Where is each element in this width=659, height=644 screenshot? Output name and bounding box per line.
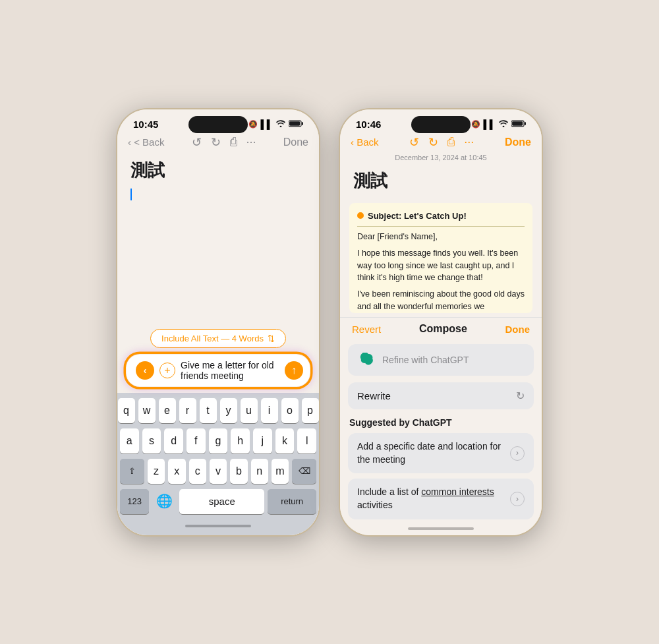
key-b[interactable]: b bbox=[230, 459, 247, 484]
key-m[interactable]: m bbox=[272, 459, 289, 484]
note-title-2: 測試 bbox=[340, 164, 542, 199]
ai-input-text[interactable]: Give me a letter for old friends meeting bbox=[181, 360, 279, 381]
dynamic-island-2 bbox=[411, 116, 471, 133]
key-f[interactable]: f bbox=[186, 428, 206, 454]
key-v[interactable]: v bbox=[210, 459, 227, 484]
rewrite-row[interactable]: Rewrite ↻ bbox=[348, 382, 534, 409]
done-button-1[interactable]: Done bbox=[283, 136, 308, 148]
bell-icon-1: 🔕 bbox=[248, 120, 258, 129]
status-icons-2: 🔕 ▌▌ bbox=[471, 119, 526, 129]
signal-icon-1: ▌▌ bbox=[261, 119, 273, 129]
key-space[interactable]: space bbox=[179, 489, 264, 514]
svg-rect-1 bbox=[302, 122, 303, 125]
key-r[interactable]: r bbox=[179, 398, 196, 423]
time-2: 10:46 bbox=[356, 119, 381, 130]
back-button-2[interactable]: ‹ Back bbox=[351, 136, 379, 148]
svg-rect-4 bbox=[525, 122, 526, 125]
nav-actions-1: ↺ ↻ ⎙ ··· bbox=[192, 135, 256, 150]
suggested-label: Suggested by ChatGPT bbox=[349, 417, 532, 428]
home-indicator-1 bbox=[120, 519, 316, 533]
bell-icon-2: 🔕 bbox=[471, 120, 480, 129]
phone2-content: 10:46 🔕 ▌▌ ‹ Back bbox=[340, 109, 542, 535]
suggestion-text-1: Add a specific date and location for the… bbox=[357, 440, 510, 466]
rewrite-icon: ↻ bbox=[516, 390, 525, 402]
share-icon-2[interactable]: ⎙ bbox=[447, 135, 455, 150]
key-d[interactable]: d bbox=[164, 428, 183, 454]
phone-1: 10:45 🔕 ▌▌ ‹ < Back bbox=[116, 108, 320, 537]
key-globe[interactable]: 🌐 bbox=[152, 489, 176, 513]
include-all-text-pill[interactable]: Include All Text — 4 Words ⇅ bbox=[150, 329, 286, 348]
note-line3: I've been reminiscing about the good old… bbox=[357, 288, 525, 313]
undo-icon-2[interactable]: ↺ bbox=[409, 135, 419, 150]
note-body-1[interactable] bbox=[117, 189, 319, 324]
key-s[interactable]: s bbox=[142, 428, 161, 454]
keyboard-row-1: q w e r t y u i o p bbox=[120, 398, 316, 423]
suggestion-row-1[interactable]: Add a specific date and location for the… bbox=[348, 433, 534, 473]
key-t[interactable]: t bbox=[200, 398, 217, 423]
signal-icon-2: ▌▌ bbox=[484, 119, 496, 129]
key-h[interactable]: h bbox=[231, 428, 250, 454]
suggestion-text-2: Include a list of common interests activ… bbox=[357, 486, 510, 512]
revert-button[interactable]: Revert bbox=[352, 324, 381, 335]
ai-area-1: Include All Text — 4 Words ⇅ ‹ + Give me… bbox=[117, 324, 319, 393]
done-button-2[interactable]: Done bbox=[505, 136, 531, 148]
key-g[interactable]: g bbox=[209, 428, 228, 454]
key-numbers[interactable]: 123 bbox=[120, 489, 149, 514]
key-w[interactable]: w bbox=[138, 398, 156, 423]
key-x[interactable]: x bbox=[168, 459, 185, 484]
more-icon-1[interactable]: ··· bbox=[246, 135, 256, 150]
key-delete[interactable]: ⌫ bbox=[292, 459, 316, 484]
key-y[interactable]: y bbox=[220, 398, 237, 423]
key-o[interactable]: o bbox=[281, 398, 299, 423]
suggestion-arrow-1: › bbox=[510, 446, 525, 461]
key-i[interactable]: i bbox=[261, 398, 278, 423]
svg-rect-5 bbox=[512, 121, 523, 126]
wifi-icon-1 bbox=[276, 120, 285, 129]
key-p[interactable]: p bbox=[302, 398, 319, 423]
redo-icon-1[interactable]: ↻ bbox=[211, 135, 221, 150]
compose-done-button[interactable]: Done bbox=[505, 324, 530, 335]
undo-icon-1[interactable]: ↺ bbox=[192, 135, 202, 150]
battery-icon-2 bbox=[511, 120, 526, 129]
chevron-left-icon-2: ‹ bbox=[351, 136, 354, 148]
suggestion-row-2[interactable]: Include a list of common interests activ… bbox=[348, 479, 534, 519]
note-dot bbox=[357, 212, 364, 219]
ai-send-button[interactable]: ↑ bbox=[285, 361, 303, 380]
rewrite-label: Rewrite bbox=[357, 390, 391, 401]
nav-bar-1: ‹ < Back ↺ ↻ ⎙ ··· Done bbox=[117, 132, 319, 154]
share-icon-1[interactable]: ⎙ bbox=[230, 135, 237, 150]
key-e[interactable]: e bbox=[159, 398, 176, 423]
more-icon-2[interactable]: ··· bbox=[464, 135, 474, 150]
key-c[interactable]: c bbox=[189, 459, 206, 484]
phone1-content: 10:45 🔕 ▌▌ ‹ < Back bbox=[117, 109, 319, 535]
note-line1: Dear [Friend's Name], bbox=[357, 231, 525, 243]
key-return[interactable]: return bbox=[268, 489, 316, 514]
chatgpt-refine-row[interactable]: Refine with ChatGPT bbox=[348, 344, 534, 376]
key-a[interactable]: a bbox=[120, 428, 139, 454]
key-l[interactable]: l bbox=[297, 428, 316, 454]
key-u[interactable]: u bbox=[241, 398, 258, 423]
compose-toolbar: Revert Compose Done bbox=[340, 317, 542, 340]
keyboard-1: q w e r t y u i o p a s d f g h bbox=[117, 393, 319, 535]
keyboard-row-2: a s d f g h j k l bbox=[120, 428, 316, 454]
note-title-1: 測試 bbox=[117, 154, 319, 189]
ai-back-button[interactable]: ‹ bbox=[136, 361, 154, 380]
nav-actions-2: ↺ ↻ ⎙ ··· bbox=[409, 135, 474, 150]
key-j[interactable]: j bbox=[253, 428, 272, 454]
chevron-updown-icon: ⇅ bbox=[268, 334, 275, 343]
redo-icon-2[interactable]: ↻ bbox=[428, 135, 438, 150]
note-divider bbox=[357, 226, 525, 227]
key-shift[interactable]: ⇧ bbox=[120, 459, 144, 484]
status-icons-1: 🔕 ▌▌ bbox=[248, 119, 303, 129]
dynamic-island-1 bbox=[188, 116, 248, 133]
ai-input-row: ‹ + Give me a letter for old friends mee… bbox=[125, 353, 311, 388]
ai-add-button[interactable]: + bbox=[159, 363, 175, 378]
key-z[interactable]: z bbox=[148, 459, 165, 484]
key-k[interactable]: k bbox=[275, 428, 295, 454]
phone-2: 10:46 🔕 ▌▌ ‹ Back bbox=[339, 108, 543, 537]
key-q[interactable]: q bbox=[118, 398, 135, 423]
key-n[interactable]: n bbox=[251, 459, 268, 484]
note-line2: I hope this message finds you well. It's… bbox=[357, 247, 525, 284]
svg-rect-2 bbox=[289, 121, 300, 126]
back-button-1[interactable]: ‹ < Back bbox=[128, 136, 164, 148]
